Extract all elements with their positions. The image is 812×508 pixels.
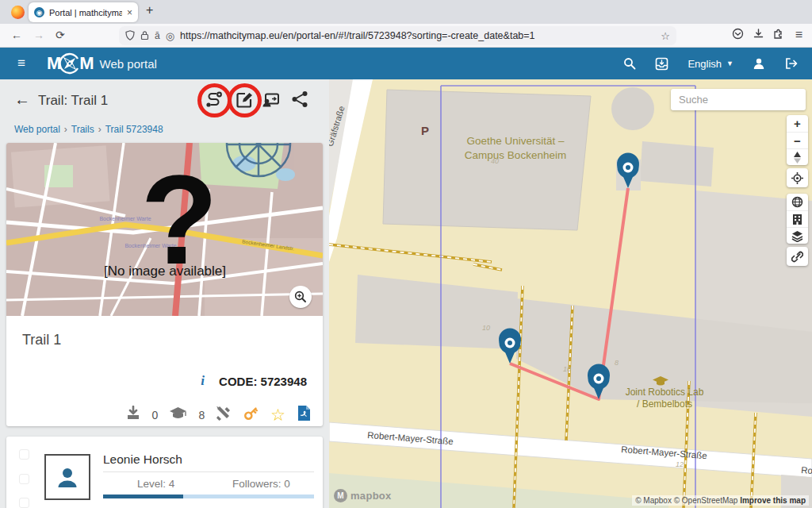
share-icon[interactable] [291, 90, 310, 110]
zoom-out-button[interactable]: − [787, 132, 808, 148]
favorite-star-icon[interactable]: ☆ [270, 407, 285, 422]
logout-icon[interactable] [784, 57, 798, 70]
building-poi-icon[interactable] [787, 210, 808, 227]
graduation-cap-icon [169, 406, 187, 423]
tab-title: Portal | mathcitymap.eu [49, 8, 122, 17]
globe-icon[interactable] [787, 194, 808, 210]
breadcrumb-web-portal[interactable]: Web portal [14, 124, 60, 135]
robotics-label-line2: / Bembelbots [637, 398, 692, 410]
author-followers: Followers: 0 [232, 478, 290, 490]
code-row: i CODE: 5723948 [201, 373, 307, 389]
back-nav-icon[interactable]: ← [11, 29, 22, 41]
extensions-icon[interactable] [772, 28, 783, 41]
browser-tab-bar: ◉ Portal | mathcitymap.eu × + [0, 0, 812, 24]
breadcrumb: Web portal›Trails›Trail 5723948 [14, 124, 163, 135]
tab-close-icon[interactable]: × [127, 7, 132, 18]
annotation-circle-edit [228, 83, 262, 117]
bookmark-star-icon[interactable]: ☆ [661, 30, 670, 42]
zoom-control-group: + − [787, 115, 808, 165]
trail-card: Bockenheimer Warte Bockenheimer Warte Bo… [6, 143, 323, 426]
tools-icon [216, 406, 232, 425]
divider [103, 471, 314, 472]
new-tab-button[interactable]: + [146, 3, 153, 17]
page-title: Trail: Trail 1 [38, 93, 108, 109]
bldg-number: 40 [491, 157, 499, 165]
mapbox-icon: M [334, 489, 347, 502]
placeholder-box [19, 474, 29, 484]
locate-icon[interactable] [787, 168, 808, 187]
menu-icon[interactable]: ≡ [795, 28, 802, 42]
portal-title: Web portal [100, 57, 157, 71]
university-label-line1: Goethe Universität – [466, 135, 565, 147]
shield-icon[interactable] [125, 30, 135, 42]
zoom-in-button[interactable]: + [787, 115, 808, 132]
placeholder-box [19, 498, 29, 508]
trail-thumbnail[interactable]: Bockenheimer Warte Bockenheimer Warte Bo… [6, 143, 323, 316]
completions-count: 8 [198, 409, 205, 421]
bldg-number: 8 [615, 359, 619, 367]
compass-logo-icon [59, 52, 81, 75]
annotation-circle-route [197, 83, 232, 117]
author-card[interactable]: Leonie Horsch Level: 4 Followers: 0 [6, 437, 323, 508]
downloads-icon[interactable] [753, 28, 764, 42]
author-name[interactable]: Leonie Horsch [103, 452, 182, 467]
tab-favicon-icon: ◉ [34, 7, 44, 17]
url-input[interactable] [180, 30, 655, 41]
bldg-number: 12 [676, 460, 684, 468]
info-icon[interactable]: i [201, 373, 205, 389]
location-permission-icon[interactable]: ◎ [166, 30, 174, 42]
pdf-icon[interactable] [297, 405, 312, 425]
trail-name: Trail 1 [22, 332, 61, 348]
breadcrumb-trails[interactable]: Trails [71, 124, 94, 135]
map-search-box[interactable] [671, 89, 806, 110]
lock-icon[interactable] [140, 30, 149, 42]
trail-code: CODE: 5723948 [219, 375, 307, 388]
robotics-label-line1: Joint Robotics Lab [626, 387, 704, 398]
firefox-icon[interactable] [11, 6, 25, 19]
trail-stats-row: 0 8 ☆ [125, 405, 312, 425]
transfer-trail-icon[interactable] [262, 90, 281, 110]
map-attribution: © Mapbox © OpenStreetMap Improve this ma… [632, 495, 809, 506]
downloads-count: 0 [152, 409, 159, 421]
parking-label: P [421, 124, 429, 137]
locate-control [787, 168, 808, 187]
mcm-logo[interactable]: M M Web portal [47, 52, 157, 75]
reload-icon[interactable]: ⟳ [56, 29, 65, 41]
no-image-text: [No image available] [104, 264, 226, 279]
compass-control-icon[interactable] [787, 148, 808, 165]
sidebar-menu-icon[interactable]: ≡ [17, 56, 26, 71]
placeholder-box [19, 449, 29, 460]
layers-icon[interactable] [787, 227, 808, 244]
language-selector[interactable]: English ▼ [688, 58, 733, 70]
bldg-number: 10 [563, 365, 571, 373]
map-search-input[interactable] [671, 89, 806, 110]
pocket-icon[interactable] [732, 28, 744, 42]
user-icon[interactable] [753, 57, 765, 70]
thumbnail-magnifier-icon[interactable] [289, 286, 312, 308]
app-header: ≡ M M Web portal English ▼ [0, 48, 812, 79]
map-canvas[interactable]: Goethe Universität – Campus Bockenheim P… [329, 79, 812, 508]
downloads-count-icon [125, 406, 141, 424]
layer-control-group [787, 194, 808, 244]
bldg-number: 10 [482, 324, 490, 332]
level-progress-bar [103, 495, 314, 498]
link-icon[interactable] [787, 247, 808, 266]
improve-map-link[interactable]: Improve this map [740, 496, 806, 505]
inbox-icon[interactable] [655, 57, 668, 71]
key-icon[interactable] [243, 405, 259, 425]
search-icon[interactable] [623, 57, 636, 70]
street-label-rm3: Rob [801, 465, 812, 476]
browser-tab[interactable]: ◉ Portal | mathcitymap.eu × [29, 2, 138, 22]
back-arrow-icon[interactable]: ← [14, 90, 30, 109]
university-label-line2: Campus Bockenheim [465, 149, 566, 161]
forward-nav-icon[interactable]: → [33, 29, 44, 41]
chevron-down-icon: ▼ [726, 60, 733, 67]
author-avatar[interactable] [44, 454, 90, 500]
author-level: Level: 4 [137, 478, 174, 490]
address-bar[interactable]: ā ◎ ☆ [119, 26, 676, 45]
translate-icon[interactable]: ā [155, 30, 160, 41]
mapbox-logo[interactable]: M mapbox [334, 489, 392, 502]
share-link-control [787, 247, 808, 266]
breadcrumb-trail-id[interactable]: Trail 5723948 [105, 124, 163, 135]
